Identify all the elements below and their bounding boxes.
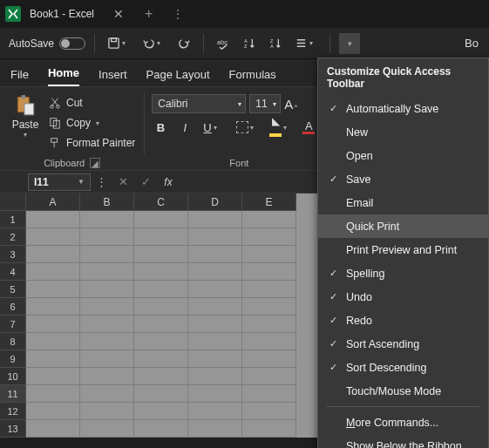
cell[interactable] (26, 368, 80, 385)
cell[interactable] (80, 316, 134, 333)
menu-item-show-below-ribbon[interactable]: Show Below the Ribbon (318, 434, 488, 448)
tab-page-layout[interactable]: Page Layout (146, 68, 210, 86)
row-header[interactable]: 10 (0, 368, 26, 385)
dialog-launcher-icon[interactable]: ◢ (90, 158, 100, 168)
italic-button[interactable]: I (176, 119, 194, 136)
row-header[interactable]: 3 (0, 246, 26, 263)
cell[interactable] (134, 350, 188, 368)
cell[interactable] (26, 385, 80, 403)
accept-formula-icon[interactable]: ✓ (134, 175, 157, 188)
row-header[interactable]: 13 (0, 420, 26, 438)
cell[interactable] (188, 350, 242, 368)
cell[interactable] (188, 211, 242, 228)
cell[interactable] (188, 263, 242, 281)
paragraph-button[interactable]: ▾ (291, 33, 321, 54)
cell[interactable] (80, 403, 134, 420)
cell[interactable] (188, 298, 242, 316)
cell[interactable] (26, 298, 80, 316)
format-painter-button[interactable]: Format Painter (49, 134, 135, 152)
cell[interactable] (188, 246, 242, 263)
font-name-select[interactable]: Calibri ▾ (152, 94, 246, 113)
cell[interactable] (80, 333, 134, 350)
cell[interactable] (80, 368, 134, 385)
menu-item-automatically-save[interactable]: ✓Automatically Save (318, 97, 488, 120)
autosave-toggle[interactable]: AutoSave (9, 37, 85, 50)
menu-item-touch-mouse-mode[interactable]: Touch/Mouse Mode (318, 379, 488, 403)
menu-item-undo[interactable]: ✓Undo (318, 285, 488, 309)
cell[interactable] (26, 350, 80, 368)
row-header[interactable]: 4 (0, 263, 26, 281)
cell[interactable] (80, 298, 134, 316)
cell[interactable] (80, 211, 134, 228)
menu-item-redo[interactable]: ✓Redo (318, 309, 488, 332)
borders-button[interactable]: ▾ (234, 119, 260, 136)
cell[interactable] (134, 316, 188, 333)
column-header[interactable]: A (26, 193, 80, 211)
cell[interactable] (242, 368, 296, 385)
tab-overflow-icon[interactable]: ⋮ (172, 7, 184, 21)
menu-item-quick-print[interactable]: Quick Print (318, 214, 488, 238)
cell[interactable] (242, 298, 296, 316)
row-header[interactable]: 11 (0, 385, 26, 403)
cell[interactable] (134, 333, 188, 350)
row-header[interactable]: 9 (0, 350, 26, 368)
cell[interactable] (80, 420, 134, 438)
column-header[interactable]: B (80, 193, 134, 211)
autosave-switch-off-icon[interactable] (59, 37, 85, 50)
cell[interactable] (26, 403, 80, 420)
cell[interactable] (242, 263, 296, 281)
paste-button[interactable]: Paste ▾ (7, 91, 44, 156)
cell[interactable] (26, 281, 80, 298)
save-button[interactable]: ▾ (104, 33, 133, 54)
menu-item-save[interactable]: ✓Save (318, 167, 488, 191)
column-header[interactable]: E (242, 193, 296, 211)
tab-formulas[interactable]: Formulas (229, 68, 276, 86)
cell[interactable] (188, 228, 242, 246)
cell[interactable] (26, 211, 80, 228)
cell[interactable] (242, 211, 296, 228)
cell[interactable] (188, 420, 242, 438)
cell[interactable] (80, 263, 134, 281)
tab-home[interactable]: Home (48, 66, 79, 86)
row-header[interactable]: 7 (0, 316, 26, 333)
cell[interactable] (26, 263, 80, 281)
cell[interactable] (242, 420, 296, 438)
spelling-button[interactable]: abc (213, 33, 234, 54)
row-header[interactable]: 5 (0, 281, 26, 298)
redo-button[interactable] (173, 33, 194, 54)
underline-button[interactable]: U▾ (200, 119, 227, 136)
cell[interactable] (26, 420, 80, 438)
cell[interactable] (188, 403, 242, 420)
cell[interactable] (134, 263, 188, 281)
cell[interactable] (134, 298, 188, 316)
cell[interactable] (188, 281, 242, 298)
cell[interactable] (188, 368, 242, 385)
menu-item-print-preview-and-print[interactable]: Print Preview and Print (318, 238, 488, 261)
column-header[interactable]: C (134, 193, 188, 211)
cell[interactable] (26, 316, 80, 333)
cell[interactable] (134, 228, 188, 246)
cell[interactable] (188, 316, 242, 333)
menu-item-email[interactable]: Email (318, 191, 488, 214)
cell[interactable] (134, 211, 188, 228)
menu-item-sort-ascending[interactable]: ✓Sort Ascending (318, 332, 488, 356)
row-header[interactable]: 6 (0, 298, 26, 316)
cell[interactable] (242, 228, 296, 246)
customize-qat-button[interactable]: ▾ (339, 33, 360, 54)
cell[interactable] (80, 281, 134, 298)
cell[interactable] (188, 385, 242, 403)
cell[interactable] (134, 281, 188, 298)
cell[interactable] (134, 420, 188, 438)
menu-item-more-commands[interactable]: More Commands... (318, 411, 488, 434)
cell[interactable] (80, 228, 134, 246)
cell[interactable] (26, 246, 80, 263)
menu-item-sort-descending[interactable]: ✓Sort Descending (318, 356, 488, 379)
name-box-more-icon[interactable]: ⋮ (91, 175, 112, 188)
cell[interactable] (242, 385, 296, 403)
cell[interactable] (134, 385, 188, 403)
cell[interactable] (26, 333, 80, 350)
select-all-corner[interactable] (0, 193, 26, 211)
cell[interactable] (242, 350, 296, 368)
cell[interactable] (26, 228, 80, 246)
row-header[interactable]: 2 (0, 228, 26, 246)
